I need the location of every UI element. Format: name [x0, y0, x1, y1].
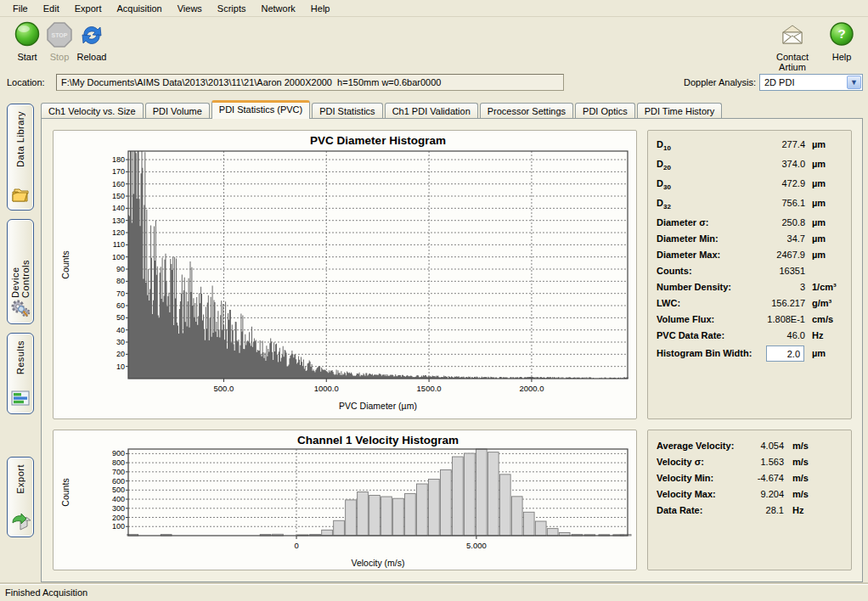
stat-value: 46.0 [724, 330, 805, 340]
svg-text:?: ? [837, 26, 845, 41]
svg-text:1000.0: 1000.0 [314, 384, 339, 393]
svg-text:140: 140 [112, 204, 125, 212]
svg-text:400: 400 [112, 495, 125, 503]
svg-text:2000.0: 2000.0 [519, 384, 544, 393]
stat-label: D32 [657, 198, 671, 211]
sidebar-item-export[interactable]: Export [7, 457, 34, 537]
svg-text:300: 300 [112, 504, 125, 513]
svg-text:150: 150 [112, 192, 125, 200]
tab-ch1-pdi-validation[interactable]: Ch1 PDI Validation [385, 103, 478, 119]
contact-artium-button[interactable]: Contact Artium [763, 20, 822, 72]
tab-processor-settings[interactable]: Processor Settings [480, 103, 573, 119]
svg-text:70: 70 [116, 289, 125, 298]
folders-icon [10, 184, 31, 205]
stat-unit: 1/cm³ [812, 282, 837, 292]
stat-row: Velocity σ:1.563m/s [648, 455, 851, 471]
svg-text:100: 100 [112, 522, 125, 531]
svg-text:180: 180 [112, 155, 125, 164]
stat-value: 756.1 [724, 198, 805, 208]
sidebar-item-device-controls[interactable]: Device Controls [7, 219, 34, 324]
svg-text:0: 0 [294, 541, 298, 550]
svg-text:120: 120 [112, 228, 125, 237]
help-button-label: Help [822, 52, 861, 62]
menu-item-export[interactable]: Export [67, 1, 110, 16]
svg-text:PVC Diameter Histogram: PVC Diameter Histogram [310, 134, 446, 147]
chevron-down-icon[interactable]: ▼ [847, 76, 861, 89]
sidebar-item-label: Device Controls [10, 227, 31, 298]
histogram-bin-width-label: Histogram Bin Width: [657, 348, 752, 358]
svg-text:30: 30 [116, 338, 125, 346]
sidebar-item-results[interactable]: Results [7, 333, 34, 414]
location-input[interactable] [56, 74, 564, 91]
tab-ch1-velocity-vs-size[interactable]: Ch1 Velocity vs. Size [41, 103, 144, 119]
menu-item-file[interactable]: File [5, 1, 36, 16]
toolbar: Start STOP Stop Reload Contact Artium ? … [0, 17, 868, 70]
svg-text:1500.0: 1500.0 [417, 384, 442, 393]
svg-text:160: 160 [112, 180, 125, 188]
stat-value: 374.0 [724, 159, 805, 169]
help-icon: ? [827, 20, 856, 49]
stat-row: Velocity Min:-4.674m/s [648, 471, 851, 487]
stat-unit: µm [812, 250, 826, 260]
stat-value: -4.674 [707, 473, 784, 483]
stat-value: 34.7 [724, 233, 805, 244]
status-text: Finished Acquisition [5, 587, 87, 598]
export-arrow-icon [10, 511, 31, 531]
stat-row: Data Rate:28.1Hz [648, 503, 851, 520]
stat-value: 1.563 [707, 457, 784, 467]
stat-row: Counts:16351 [648, 264, 851, 280]
svg-text:80: 80 [116, 277, 125, 285]
tab-pdi-statistics-pvc-[interactable]: PDI Statistics (PVC) [211, 100, 310, 119]
svg-text:700: 700 [112, 468, 125, 476]
stat-label: D20 [657, 159, 671, 171]
results-chart-icon [10, 388, 31, 408]
menu-item-edit[interactable]: Edit [36, 1, 67, 16]
svg-text:800: 800 [112, 458, 125, 467]
svg-text:600: 600 [112, 477, 125, 486]
velocity-histogram-chart: Channel 1 Velocity Histogram100200300400… [54, 430, 636, 570]
velocity-histogram-panel: Channel 1 Velocity Histogram100200300400… [53, 430, 637, 570]
velocity-stats-panel: Average Velocity:4.054m/sVelocity σ:1.56… [647, 430, 852, 570]
sidebar: Data LibraryDevice ControlsResultsExport [0, 98, 39, 584]
envelope-icon [778, 20, 807, 49]
stat-row: Number Density:31/cm³ [648, 280, 851, 296]
stat-label: D10 [657, 139, 671, 152]
svg-text:5.000: 5.000 [466, 541, 487, 550]
svg-text:90: 90 [116, 265, 125, 273]
stat-value: 1.808E-1 [724, 314, 805, 324]
menu-item-acquisition[interactable]: Acquisition [110, 1, 170, 16]
tab-pdi-optics[interactable]: PDI Optics [575, 103, 635, 119]
histogram-bin-width-input[interactable] [766, 345, 804, 362]
svg-text:Counts: Counts [60, 478, 70, 506]
tab-pdi-volume[interactable]: PDI Volume [145, 103, 210, 119]
stat-row: PVC Data Rate:46.0Hz [648, 329, 851, 345]
menu-item-scripts[interactable]: Scripts [210, 1, 254, 16]
stat-value: 156.217 [724, 298, 805, 308]
tab-pdi-time-history[interactable]: PDI Time History [637, 103, 723, 119]
doppler-analysis-label: Doppler Analysis: [684, 77, 756, 87]
tab-pdi-statistics[interactable]: PDI Statistics [312, 103, 382, 119]
stat-label: Diameter σ: [657, 217, 708, 227]
stat-value: 277.4 [724, 139, 805, 149]
tab-strip: Ch1 Velocity vs. SizePDI VolumePDI Stati… [41, 100, 863, 119]
stat-unit: µm [812, 217, 826, 227]
menu-item-help[interactable]: Help [303, 1, 338, 16]
doppler-analysis-select[interactable]: 2D PDI ▼ [759, 74, 863, 91]
menu-item-views[interactable]: Views [170, 1, 210, 16]
svg-text:100: 100 [112, 253, 125, 261]
doppler-analysis-value: 2D PDI [764, 77, 794, 87]
stat-row: Diameter σ:250.8µm [648, 216, 851, 232]
sidebar-item-label: Results [15, 340, 25, 374]
stat-value: 3 [724, 282, 805, 292]
sidebar-item-data-library[interactable]: Data Library [7, 104, 34, 211]
reload-button[interactable]: Reload [70, 20, 114, 62]
stat-unit: Hz [792, 505, 803, 515]
stat-label: Diameter Max: [657, 250, 720, 260]
stat-value: 9.204 [707, 489, 784, 499]
help-button[interactable]: ? Help [822, 20, 861, 62]
menu-item-network[interactable]: Network [253, 1, 302, 16]
stat-unit: m/s [792, 473, 809, 483]
stat-unit: µm [812, 198, 826, 208]
stat-label: Volume Flux: [657, 314, 714, 324]
svg-text:20: 20 [116, 350, 125, 358]
